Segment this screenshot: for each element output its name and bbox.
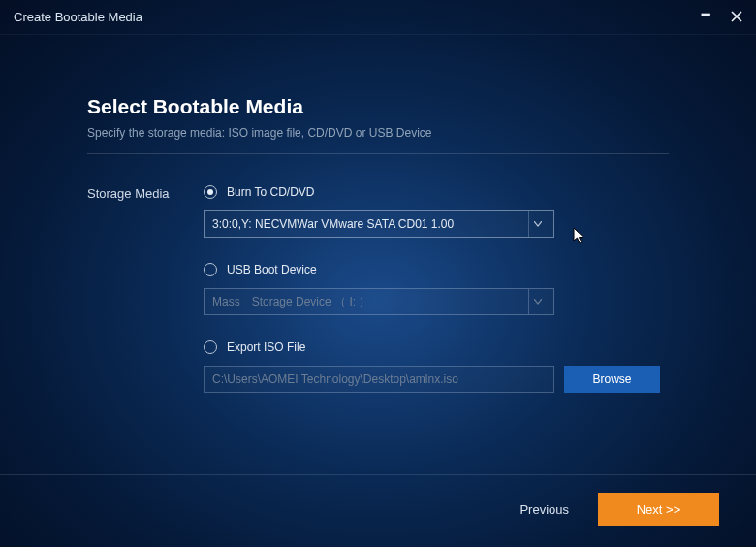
radio-cd[interactable]: Burn To CD/DVD bbox=[204, 185, 669, 199]
next-button[interactable]: Next >> bbox=[598, 493, 719, 526]
radio-icon bbox=[204, 185, 217, 199]
page-heading: Select Bootable Media bbox=[87, 95, 669, 118]
titlebar[interactable]: Create Bootable Media ━ bbox=[0, 0, 756, 35]
section-label: Storage Media bbox=[87, 185, 204, 418]
window-controls: ━ bbox=[702, 10, 742, 25]
chevron-down-icon bbox=[528, 289, 546, 314]
divider bbox=[87, 153, 669, 154]
page-subheading: Specify the storage media: ISO image fil… bbox=[87, 126, 669, 140]
iso-path-input: C:\Users\AOMEI Technology\Desktop\amlnx.… bbox=[204, 366, 554, 393]
form-body: Storage Media Burn To CD/DVD 3:0:0,Y: NE… bbox=[87, 185, 669, 418]
iso-path-value: C:\Users\AOMEI Technology\Desktop\amlnx.… bbox=[212, 372, 458, 386]
radio-label-cd: Burn To CD/DVD bbox=[227, 185, 314, 199]
window: Create Bootable Media ━ Select Bootable … bbox=[0, 0, 756, 547]
previous-button[interactable]: Previous bbox=[512, 495, 577, 525]
options-panel: Burn To CD/DVD 3:0:0,Y: NECVMWar VMware … bbox=[204, 185, 669, 418]
close-icon[interactable] bbox=[731, 10, 742, 25]
option-cd: Burn To CD/DVD 3:0:0,Y: NECVMWar VMware … bbox=[204, 185, 669, 238]
minimize-icon[interactable]: ━ bbox=[702, 7, 709, 22]
option-iso: Export ISO File C:\Users\AOMEI Technolog… bbox=[204, 340, 669, 393]
browse-button[interactable]: Browse bbox=[564, 366, 660, 393]
cd-device-select[interactable]: 3:0:0,Y: NECVMWar VMware SATA CD01 1.00 bbox=[204, 210, 554, 238]
radio-icon bbox=[204, 263, 217, 276]
option-usb: USB Boot Device Mass Storage Device （ I:… bbox=[204, 263, 669, 315]
footer-bar: Previous Next >> bbox=[0, 474, 756, 547]
radio-label-iso: Export ISO File bbox=[227, 340, 305, 354]
page-content: Select Bootable Media Specify the storag… bbox=[0, 35, 756, 418]
cd-device-value: 3:0:0,Y: NECVMWar VMware SATA CD01 1.00 bbox=[212, 217, 522, 231]
radio-iso[interactable]: Export ISO File bbox=[204, 340, 669, 354]
radio-usb[interactable]: USB Boot Device bbox=[204, 263, 669, 276]
usb-device-value: Mass Storage Device （ I: ） bbox=[212, 294, 522, 310]
window-title: Create Bootable Media bbox=[14, 10, 142, 24]
usb-device-select: Mass Storage Device （ I: ） bbox=[204, 288, 554, 315]
radio-label-usb: USB Boot Device bbox=[227, 263, 317, 276]
radio-icon bbox=[204, 340, 217, 354]
chevron-down-icon bbox=[528, 211, 546, 237]
